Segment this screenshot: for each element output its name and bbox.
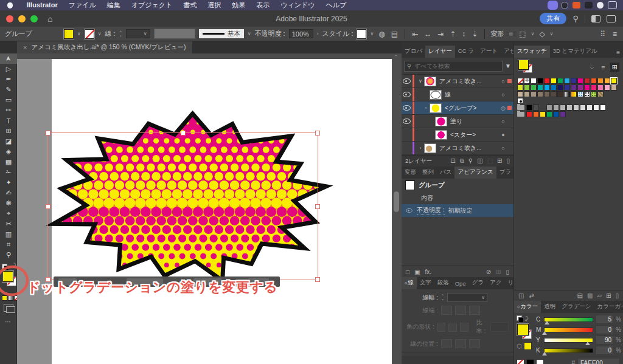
new-swatch-icon[interactable]: ⊞ (606, 292, 611, 299)
tab-stroke-6[interactable]: リン (505, 277, 513, 289)
bounding-box-icon[interactable]: ⌗ (507, 30, 514, 38)
layer-row-3[interactable]: 塗り○ (402, 115, 513, 128)
expand-chevron-icon[interactable]: › (422, 105, 430, 111)
hex-input[interactable] (577, 358, 620, 364)
blend-tool[interactable]: ✍ (0, 188, 17, 198)
layer-row-2[interactable]: ›<グループ>◎ (402, 101, 513, 115)
symbol-sprayer-tool[interactable]: ❋ (0, 198, 17, 208)
tab-appearance-4[interactable]: ブラ (496, 167, 513, 179)
swatch[interactable] (533, 105, 539, 111)
target-circle-icon[interactable]: ● (499, 132, 507, 138)
swatch[interactable] (600, 105, 606, 111)
stroke-color-swatch[interactable] (85, 29, 94, 39)
swatch-themes-icon[interactable]: ⇄ (529, 292, 534, 299)
layer-name[interactable]: 線 (445, 91, 499, 99)
none-swatch[interactable] (517, 359, 524, 364)
pattern-swatch[interactable] (517, 98, 523, 104)
appearance-contents-row[interactable]: 内容 (402, 191, 513, 204)
target-circle-icon[interactable]: ○ (499, 145, 507, 151)
tab-stroke-2[interactable]: 段落 (434, 277, 452, 289)
appearance-opacity-label[interactable]: 不透明度 : (417, 206, 445, 215)
channel-value[interactable]: 0 (596, 325, 613, 334)
weight-dropdown[interactable]: ∨ (447, 293, 487, 302)
tab-swatches-menu-icon[interactable]: ≡ (613, 47, 623, 58)
stroke-weight-stepper[interactable]: ⌃⌄ (119, 31, 122, 37)
projecting-cap-button[interactable] (469, 306, 480, 315)
layer-row-0[interactable]: ∨アメコミ吹き...○ (402, 75, 513, 88)
align-center-button[interactable] (441, 339, 452, 348)
selection-indicator[interactable] (507, 132, 512, 137)
swap-fill-stroke-icon[interactable]: ⤸ (13, 263, 16, 269)
eraser-tool[interactable]: ◪ (0, 136, 17, 146)
eyedropper-tool[interactable]: ✦ (0, 177, 17, 188)
menu-item-2[interactable]: 編集 (102, 1, 126, 9)
scrollbar-track[interactable]: ⌃ (392, 59, 402, 364)
edit-toolbar-icon[interactable]: ⋯ (5, 318, 12, 325)
swatch[interactable] (591, 84, 597, 91)
document-tab[interactable]: × アメコミ風吹き出し.ai* @ 150 % (CMYK/プレビュー) (17, 41, 192, 53)
swatch[interactable] (533, 111, 539, 117)
swatch[interactable] (557, 91, 563, 97)
select-similar-icon[interactable]: ⬚ (518, 30, 527, 38)
scrollbar-thumb[interactable] (394, 191, 399, 212)
swatch[interactable] (551, 91, 557, 97)
swatch[interactable] (524, 91, 530, 97)
weight-stepper[interactable]: ⌃⌄ (441, 295, 444, 301)
gradient-swatch[interactable] (571, 91, 577, 97)
swatch[interactable] (526, 111, 532, 117)
visibility-toggle[interactable] (402, 115, 412, 128)
swatch[interactable] (537, 91, 543, 97)
tab-stroke-4[interactable]: グラ (469, 277, 487, 289)
swatch[interactable] (517, 91, 523, 97)
layer-thumbnail[interactable] (435, 117, 447, 126)
visibility-toggle[interactable] (402, 101, 412, 114)
fill-color-swatch[interactable] (64, 29, 74, 39)
swatch-libraries-icon[interactable]: ◫ (518, 292, 524, 299)
chat-app-icon[interactable] (597, 2, 604, 9)
brush-dropdown-icon[interactable]: ∨ (248, 31, 251, 36)
graph-tool[interactable]: ▥ (0, 229, 17, 239)
align-left-icon[interactable]: ⇤ (411, 30, 419, 38)
visibility-toggle[interactable] (402, 75, 412, 88)
slider-thumb-icon[interactable] (545, 321, 549, 325)
fill-dropdown-icon[interactable]: ∨ (77, 31, 81, 36)
target-circle-icon[interactable]: ○ (499, 118, 507, 125)
style-dropdown-icon[interactable]: ∨ (370, 31, 374, 36)
tab-stroke-3[interactable]: Ope (452, 278, 469, 289)
arrange-icon[interactable]: ⠿ (599, 30, 607, 38)
tab-stroke-5[interactable]: アク (487, 277, 504, 289)
recolor-artwork-icon[interactable]: ◍ (377, 30, 386, 38)
shaper-tool[interactable]: ◈ (0, 146, 17, 157)
swatch[interactable] (573, 105, 579, 111)
pen-tool[interactable]: ✒ (0, 74, 17, 84)
ratio-field[interactable] (490, 322, 509, 332)
layer-row-1[interactable]: 線○ (402, 88, 513, 101)
selection-tool[interactable]: ➤ (0, 53, 17, 64)
scissors-tool[interactable]: ✂ (0, 219, 17, 229)
channel-slider[interactable] (544, 328, 594, 332)
align-right-icon[interactable]: ⇥ (436, 30, 445, 38)
release-to-layers-icon[interactable]: ⧉ (460, 157, 464, 165)
artboard-tool[interactable]: ⊞ (0, 126, 17, 136)
swatch[interactable] (564, 78, 570, 84)
align-bottom-icon[interactable]: ⇣ (470, 30, 479, 38)
swatch[interactable] (553, 105, 559, 111)
none-swatch[interactable] (517, 78, 523, 84)
scroll-up-icon[interactable]: ⌃ (394, 54, 399, 60)
notification-badge-icon[interactable] (573, 2, 580, 9)
channel-slider[interactable] (544, 348, 594, 353)
swatch[interactable] (577, 84, 583, 91)
duplicate-item-icon[interactable]: ⊞ (496, 269, 501, 275)
brush-definition-dropdown[interactable]: 基本 (199, 29, 244, 38)
channel-value[interactable]: 0 (596, 346, 613, 355)
zoom-window-button[interactable] (30, 15, 38, 22)
visibility-toggle[interactable] (402, 142, 412, 154)
swatch[interactable] (553, 111, 559, 117)
creative-cloud-icon[interactable] (561, 2, 568, 9)
bevel-join-button[interactable] (460, 323, 468, 332)
expand-chevron-icon[interactable]: ∨ (417, 78, 424, 84)
swatch[interactable] (611, 84, 617, 91)
swatch[interactable] (544, 91, 550, 97)
canvas[interactable]: ドットグラデーションの塗りを変更する ⌃ (17, 53, 402, 364)
add-effect-icon[interactable]: fx. (425, 269, 432, 275)
